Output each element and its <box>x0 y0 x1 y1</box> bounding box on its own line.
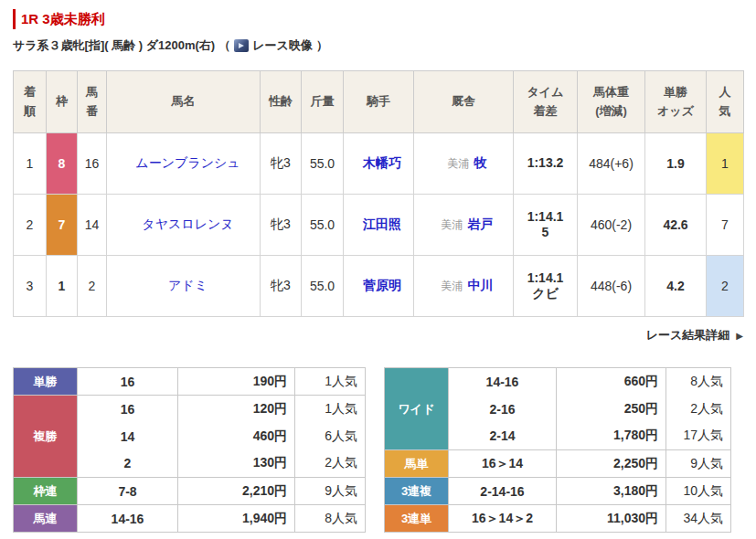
payout-amount: 11,030円 <box>557 505 666 533</box>
carried-weight-cell: 55.0 <box>302 195 344 256</box>
rank-cell: 1 <box>14 133 47 195</box>
payout-row-sanrentan: 3連単 16＞14＞2 11,030円 34人気 <box>385 505 731 533</box>
col-header-frame: 枠 <box>47 71 78 133</box>
jockey-link[interactable]: 江田照 <box>363 217 401 231</box>
horse-name-link[interactable]: ムーンブランシュ <box>135 155 240 170</box>
horse-number-cell: 16 <box>78 133 107 195</box>
payout-row-tansho: 単勝 16 190円 1人気 <box>14 368 366 396</box>
frame-cell: 1 <box>47 256 78 317</box>
horse-name-cell: タヤスロレンヌ <box>107 195 261 256</box>
time-margin-cell: 1:14.15 <box>514 195 578 256</box>
stable-cell: 美浦牧 <box>414 133 514 195</box>
rank-cell: 3 <box>14 256 47 317</box>
video-paren-close: ） <box>316 37 328 54</box>
payout-popularity: 1人気 <box>295 368 366 396</box>
trainer-link[interactable]: 中川 <box>468 278 494 292</box>
payout-row-umatan: 馬単 16＞14 2,250円 9人気 <box>385 450 731 478</box>
stable-region: 美浦 <box>442 280 463 292</box>
payout-amount: 130円 <box>178 450 295 478</box>
payout-combo: 16 <box>78 368 178 396</box>
col-header-time: タイム 着差 <box>514 71 578 133</box>
race-result-detail-link[interactable]: レース結果詳細▶ <box>646 328 743 342</box>
payout-amount: 2,250円 <box>557 450 666 478</box>
odds-cell: 42.6 <box>645 195 707 256</box>
col-header-horse: 馬名 <box>107 71 261 133</box>
payout-section: 単勝 16 190円 1人気 複勝 16 120円 1人気 14 460円 6人… <box>13 367 743 533</box>
popularity-cell: 7 <box>707 195 744 256</box>
payout-combo: 2-16 <box>449 396 557 423</box>
race-video-link[interactable]: レース映像 <box>252 37 313 54</box>
odds-cell: 4.2 <box>645 256 707 317</box>
col-header-bodyweight: 馬体重 (増減) <box>578 71 645 133</box>
payout-combo: 14 <box>78 423 178 450</box>
payout-combo: 7-8 <box>78 478 178 505</box>
popularity-cell: 2 <box>707 256 744 317</box>
payout-amount: 1,940円 <box>178 505 295 533</box>
payout-combo: 16＞14 <box>449 450 557 478</box>
race-results-table: 着 順 枠 馬 番 馬名 性齢 斤量 騎手 厩舎 タイム 着差 馬体重 (増減)… <box>13 70 744 317</box>
payout-amount: 250円 <box>557 396 666 423</box>
odds-cell: 1.9 <box>645 133 707 195</box>
jockey-link[interactable]: 菅原明 <box>363 278 401 292</box>
bet-type-wide: ワイド <box>385 368 449 450</box>
rank-cell: 2 <box>14 195 47 256</box>
finish-time: 1:14.1 <box>514 270 577 287</box>
payout-popularity: 8人気 <box>295 505 366 533</box>
body-weight-cell: 484(+6) <box>578 133 645 195</box>
payout-popularity: 9人気 <box>295 478 366 505</box>
payout-amount: 190円 <box>178 368 295 396</box>
payout-popularity: 9人気 <box>666 450 731 478</box>
trainer-link[interactable]: 牧 <box>474 155 487 170</box>
payout-row-umaren: 馬連 14-16 1,940円 8人気 <box>14 505 366 533</box>
trainer-link[interactable]: 岩戸 <box>468 217 494 231</box>
popularity-cell: 1 <box>707 133 744 195</box>
result-row-3: 3 1 2 アドミ 牝3 55.0 菅原明 美浦中川 1:14.1クビ 448(… <box>14 256 744 317</box>
race-result-detail: レース結果詳細▶ <box>13 327 743 343</box>
stable-region: 美浦 <box>442 218 463 231</box>
col-header-odds: 単勝 オッズ <box>645 71 707 133</box>
result-row-2: 2 7 14 タヤスロレンヌ 牝3 55.0 江田照 美浦岩戸 1:14.15 … <box>14 195 744 256</box>
results-header-row: 着 順 枠 馬 番 馬名 性齢 斤量 騎手 厩舎 タイム 着差 馬体重 (増減)… <box>14 71 744 133</box>
payout-amount: 460円 <box>178 423 295 450</box>
payout-amount: 1,780円 <box>557 423 666 450</box>
col-header-rank: 着 順 <box>14 71 47 133</box>
horse-name-link[interactable]: アドミ <box>168 278 208 292</box>
jockey-cell: 菅原明 <box>344 256 414 317</box>
payout-amount: 660円 <box>557 368 666 396</box>
bet-type-sanrenpuku: 3連複 <box>385 478 449 505</box>
stable-region: 美浦 <box>448 157 470 170</box>
sex-age-cell: 牝3 <box>261 133 302 195</box>
payout-amount: 3,180円 <box>557 478 666 505</box>
col-header-jockey: 騎手 <box>344 71 414 133</box>
bet-type-sanrentan: 3連単 <box>385 505 449 533</box>
stable-cell: 美浦岩戸 <box>414 195 514 256</box>
bet-type-umatan: 馬単 <box>385 450 449 478</box>
sex-age-cell: 牝3 <box>261 256 302 317</box>
payout-popularity: 8人気 <box>666 368 731 396</box>
payout-combo: 2-14 <box>449 423 557 450</box>
col-header-stable: 厩舎 <box>414 71 514 133</box>
horse-number-cell: 14 <box>78 195 107 256</box>
payout-popularity: 17人気 <box>666 423 731 450</box>
col-header-number: 馬 番 <box>78 71 107 133</box>
bet-type-tansho: 単勝 <box>14 368 78 396</box>
payout-popularity: 2人気 <box>295 450 366 478</box>
payout-row-wide-1: ワイド 14-16 660円 8人気 <box>385 368 731 396</box>
col-header-weight: 斤量 <box>302 71 344 133</box>
payout-row-wakuren: 枠連 7-8 2,210円 9人気 <box>14 478 366 505</box>
horse-name-link[interactable]: タヤスロレンヌ <box>142 217 233 231</box>
race-result-page: 1R 3歳未勝利 サラ系３歳牝[指]( 馬齢 ) ダ1200m(右) （ レース… <box>0 0 756 533</box>
race-conditions-text: サラ系３歳牝[指]( 馬齢 ) ダ1200m(右) <box>13 37 215 54</box>
payout-combo: 16 <box>78 396 178 423</box>
body-weight-cell: 448(-6) <box>578 256 645 317</box>
time-margin-cell: 1:13.2 <box>514 133 578 195</box>
finish-time: 1:13.2 <box>514 155 577 172</box>
col-header-sexage: 性齢 <box>261 71 302 133</box>
frame-cell: 7 <box>47 195 78 256</box>
jockey-link[interactable]: 木幡巧 <box>363 155 401 170</box>
payout-table-left: 単勝 16 190円 1人気 複勝 16 120円 1人気 14 460円 6人… <box>13 367 366 533</box>
finish-margin: 5 <box>514 225 577 241</box>
chevron-right-icon: ▶ <box>736 331 743 341</box>
race-video-icon[interactable] <box>234 39 249 52</box>
horse-name-cell: アドミ <box>107 256 261 317</box>
